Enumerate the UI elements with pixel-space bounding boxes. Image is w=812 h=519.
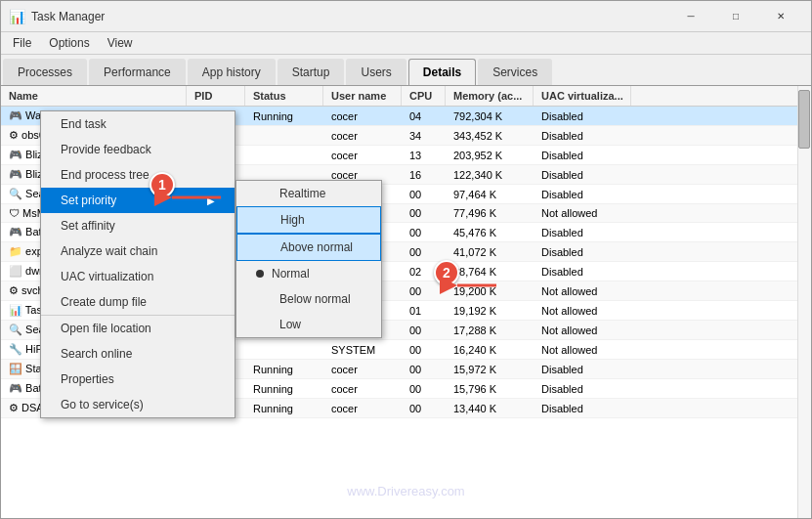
cell-mem: 13,440 K — [446, 400, 534, 417]
close-button[interactable]: ✕ — [758, 7, 803, 26]
tab-users[interactable]: Users — [346, 59, 406, 85]
ctx-set-affinity[interactable]: Set affinity — [41, 213, 235, 238]
ctx-properties[interactable]: Properties — [41, 367, 235, 392]
priority-above-normal[interactable]: Above normal — [236, 234, 381, 261]
table-area: Name PID Status User name CPU Memory (ac… — [1, 86, 811, 518]
col-header-status[interactable]: Status — [245, 86, 323, 106]
table-header: Name PID Status User name CPU Memory (ac… — [1, 86, 811, 107]
menu-file[interactable]: File — [5, 34, 39, 52]
cell-uac: Disabled — [534, 263, 631, 281]
ctx-end-task[interactable]: End task — [41, 111, 235, 137]
window-title: Task Manager — [31, 10, 105, 23]
cell-uac: Not allowed — [534, 341, 631, 359]
tab-processes[interactable]: Processes — [3, 59, 87, 85]
cell-mem: 15,972 K — [446, 361, 534, 378]
cell-cpu: 04 — [402, 108, 446, 125]
cell-mem: 15,796 K — [446, 380, 534, 398]
ctx-search-online[interactable]: Search online — [41, 341, 235, 367]
ctx-end-process-tree[interactable]: End process tree — [41, 162, 235, 188]
cell-mem: 45,476 K — [446, 224, 534, 241]
cell-status: Running — [245, 361, 323, 378]
priority-low[interactable]: Low — [236, 312, 381, 337]
cell-uac: Not allowed — [534, 204, 631, 222]
cell-status: Running — [245, 108, 323, 125]
cell-cpu: 00 — [402, 380, 446, 398]
cell-cpu: 00 — [402, 243, 446, 261]
priority-realtime-label: Realtime — [279, 187, 325, 200]
cell-user: cocer — [323, 400, 402, 417]
col-header-uac[interactable]: UAC virtualiza... — [534, 86, 631, 106]
cell-mem: 97,464 K — [446, 186, 534, 203]
col-header-cpu[interactable]: CPU — [402, 86, 446, 106]
cell-cpu: 00 — [402, 204, 446, 222]
cell-uac: Disabled — [534, 166, 631, 184]
ctx-go-to-services[interactable]: Go to service(s) — [41, 392, 235, 417]
context-menu: End task Provide feedback End process tr… — [40, 110, 235, 418]
priority-realtime[interactable]: Realtime — [236, 181, 381, 206]
cell-cpu: 13 — [402, 147, 446, 164]
cell-uac: Not allowed — [534, 322, 631, 339]
cell-cpu: 00 — [402, 400, 446, 417]
cell-uac: Not allowed — [534, 302, 631, 320]
priority-low-label: Low — [279, 318, 301, 331]
ctx-analyze-wait-chain[interactable]: Analyze wait chain — [41, 238, 235, 264]
arrow-2 — [452, 276, 501, 295]
cell-user: cocer — [323, 147, 402, 164]
ctx-uac-virtualization[interactable]: UAC virtualization — [41, 264, 235, 289]
menu-view[interactable]: View — [100, 34, 141, 52]
tab-performance[interactable]: Performance — [89, 59, 186, 85]
cell-uac: Disabled — [534, 380, 631, 398]
cell-mem: 343,452 K — [446, 127, 534, 145]
priority-high-label: High — [280, 213, 305, 227]
col-header-name[interactable]: Name — [1, 86, 187, 106]
cell-status: Running — [245, 380, 323, 398]
col-header-memory[interactable]: Memory (ac... — [446, 86, 534, 106]
title-bar: 📊 Task Manager ─ □ ✕ — [1, 1, 811, 32]
cell-status — [245, 172, 323, 178]
scrollbar[interactable] — [797, 86, 811, 518]
cell-user: cocer — [323, 108, 402, 125]
cell-cpu: 00 — [402, 341, 446, 359]
cell-cpu: 34 — [402, 127, 446, 145]
cell-status: Running — [245, 400, 323, 417]
cell-uac: Not allowed — [534, 282, 631, 300]
ctx-create-dump-file[interactable]: Create dump file — [41, 289, 235, 315]
cell-uac: Disabled — [534, 224, 631, 241]
cell-uac: Disabled — [534, 186, 631, 203]
tab-services[interactable]: Services — [478, 59, 552, 85]
col-header-user[interactable]: User name — [323, 86, 402, 106]
checked-icon — [256, 270, 264, 278]
cell-mem: 792,304 K — [446, 108, 534, 125]
cell-user: SYSTEM — [323, 341, 402, 359]
cell-mem: 122,340 K — [446, 166, 534, 184]
tab-details[interactable]: Details — [408, 59, 476, 85]
cell-mem: 19,192 K — [446, 302, 534, 320]
cell-cpu: 00 — [402, 361, 446, 378]
priority-high[interactable]: High — [236, 206, 381, 234]
cell-cpu: 00 — [402, 322, 446, 339]
cell-status — [245, 152, 323, 158]
ctx-open-file-location[interactable]: Open file location — [41, 315, 235, 341]
menu-options[interactable]: Options — [41, 34, 97, 52]
priority-below-normal[interactable]: Below normal — [236, 286, 381, 312]
priority-below-normal-label: Below normal — [279, 292, 351, 306]
maximize-button[interactable]: □ — [713, 7, 758, 26]
cell-mem: 17,288 K — [446, 322, 534, 339]
cell-user: cocer — [323, 361, 402, 378]
scrollbar-thumb[interactable] — [798, 90, 810, 149]
priority-above-normal-label: Above normal — [280, 240, 353, 254]
tab-startup[interactable]: Startup — [278, 59, 345, 85]
priority-normal[interactable]: Normal — [236, 261, 381, 286]
cell-mem: 77,496 K — [446, 204, 534, 222]
cell-user: cocer — [323, 127, 402, 145]
ctx-provide-feedback[interactable]: Provide feedback — [41, 137, 235, 162]
minimize-button[interactable]: ─ — [668, 7, 713, 26]
cell-mem: 16,240 K — [446, 341, 534, 359]
cell-cpu: 01 — [402, 302, 446, 320]
col-header-pid[interactable]: PID — [187, 86, 245, 106]
app-icon: 📊 — [9, 9, 25, 24]
cell-uac: Disabled — [534, 361, 631, 378]
menu-bar: File Options View — [1, 32, 811, 55]
priority-submenu: Realtime High Above normal Normal Below … — [235, 180, 382, 338]
tab-app-history[interactable]: App history — [188, 59, 276, 85]
